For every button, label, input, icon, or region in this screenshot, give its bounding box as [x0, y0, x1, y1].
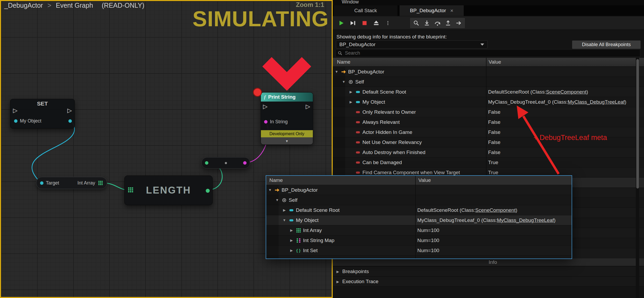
expand-icon[interactable]: ▶ — [349, 90, 353, 94]
dropdown-selected-value: BP_DebugActor — [339, 42, 480, 47]
conversion-node[interactable] — [201, 157, 250, 169]
collapse-icon[interactable]: ▼ — [275, 198, 279, 202]
object-out-pin-icon[interactable] — [68, 119, 72, 123]
breadcrumb-page[interactable]: Event Graph — [56, 2, 93, 9]
step-into-icon[interactable] — [422, 18, 432, 28]
array-in-pin-icon[interactable] — [128, 187, 133, 192]
target-int-array-node[interactable]: Target Int Array — [36, 177, 107, 189]
tree-row[interactable]: ▶Default Scene RootDefaultSceneRoot (Cla… — [333, 87, 644, 97]
tree-row[interactable]: ▼Self — [333, 77, 644, 87]
row-label: Self — [355, 79, 364, 85]
expand-icon[interactable]: ▶ — [282, 208, 287, 212]
disable-all-breakpoints-button[interactable]: Disable All Breakpoints — [572, 40, 641, 49]
section-label: Execution Trace — [342, 279, 378, 284]
breakpoints-section[interactable]: ▶ Breakpoints — [333, 267, 644, 277]
collapse-chevron-icon[interactable] — [261, 137, 313, 144]
target-pin-icon[interactable] — [40, 181, 43, 185]
readonly-label: (READ-ONLY) — [102, 2, 144, 9]
tree-row[interactable]: Only Relevant to OwnerFalse — [266, 256, 572, 259]
string-out-pin-icon[interactable] — [243, 161, 247, 165]
expand-icon[interactable]: ▶ — [289, 228, 294, 232]
bool-variable-icon — [355, 110, 361, 115]
expand-icon[interactable]: ▶ — [349, 100, 353, 104]
class-link[interactable]: MyClass_DebugTreeLeaf — [497, 217, 554, 223]
tree-row[interactable]: ▶Int String MapNum=100 — [266, 235, 572, 246]
name-column-header[interactable]: Name — [266, 177, 415, 183]
exec-in-pin-icon[interactable] — [13, 108, 17, 113]
exec-in-pin-icon[interactable] — [263, 104, 268, 109]
search-box[interactable] — [335, 49, 640, 57]
value-column-header[interactable]: Value — [485, 59, 501, 65]
collapse-icon[interactable]: ▼ — [282, 218, 287, 222]
debug-tree-popup[interactable]: Name Value ▼BP_DebugActor▼Self▶Default S… — [266, 175, 572, 259]
menu-bar: Window — [333, 0, 644, 5]
int-out-pin-icon[interactable] — [206, 189, 210, 193]
step-forward-icon[interactable] — [454, 18, 463, 28]
row-value: False — [417, 256, 571, 259]
tab-close-icon[interactable]: × — [450, 8, 453, 14]
collapse-icon[interactable]: ▼ — [341, 80, 346, 84]
exec-out-pin-icon[interactable] — [67, 108, 72, 113]
blueprint-instance-dropdown[interactable]: BP_DebugActor — [336, 40, 488, 49]
column-divider[interactable] — [415, 176, 416, 258]
object-pin-icon[interactable] — [14, 119, 17, 123]
tree-row[interactable]: ▼BP_DebugActor — [266, 185, 572, 195]
conversion-in-pin-icon[interactable] — [205, 161, 208, 165]
value-text: True — [488, 170, 498, 176]
tree-row[interactable]: ▼Self — [266, 195, 572, 205]
table-header: Name Value — [266, 176, 572, 185]
scrollbar-thumb[interactable] — [636, 59, 639, 189]
value-text: Num=100 — [417, 227, 439, 233]
step-over-icon[interactable] — [433, 18, 442, 28]
tree-row[interactable]: ▼My ObjectMyClass_DebugTreeLeaf_0 (Class… — [266, 215, 572, 225]
find-icon[interactable] — [411, 18, 421, 28]
tree-row[interactable]: Can be DamagedTrue — [333, 157, 644, 168]
step-out-icon[interactable] — [443, 18, 453, 28]
breadcrumb-root[interactable]: _DebugActor — [4, 2, 43, 9]
tree-row[interactable]: ▶{ }Int SetNum=100 — [266, 246, 572, 256]
string-in-pin-icon[interactable] — [264, 120, 268, 124]
breakpoint-icon[interactable] — [253, 88, 262, 97]
table-header: Name Value — [333, 58, 644, 67]
name-column-header[interactable]: Name — [333, 59, 485, 65]
value-text: False — [417, 258, 430, 259]
eject-icon[interactable] — [371, 18, 381, 28]
print-string-node[interactable]: ƒ Print String In String Development Onl… — [261, 92, 313, 145]
scrollbar-track[interactable] — [636, 58, 639, 298]
tree-row[interactable]: ▶Int ArrayNum=100 — [266, 225, 572, 235]
expand-icon[interactable]: ▶ — [289, 248, 294, 252]
length-node[interactable]: LENGTH — [124, 176, 213, 205]
value-text: ) — [554, 217, 555, 223]
class-link[interactable]: MyClass_DebugTreeLeaf — [568, 99, 625, 105]
tab-bp-debugactor[interactable]: BP_DebugActor × — [400, 5, 464, 16]
exec-out-pin-icon[interactable] — [306, 104, 310, 109]
stop-icon[interactable] — [360, 18, 369, 28]
expand-icon[interactable]: ▶ — [336, 280, 340, 284]
tab-call-stack[interactable]: Call Stack — [334, 5, 397, 16]
tree-row[interactable]: Always RelevantFalse — [333, 117, 644, 127]
blueprint-instance-icon — [274, 188, 280, 192]
more-options-icon[interactable] — [383, 18, 393, 28]
resume-icon[interactable] — [336, 18, 346, 28]
search-input[interactable] — [344, 50, 616, 56]
collapse-icon[interactable]: ▼ — [268, 188, 272, 192]
class-link[interactable]: SceneComponent — [546, 89, 586, 95]
tree-row[interactable]: Only Relevant to OwnerFalse — [333, 107, 644, 117]
class-link[interactable]: SceneComponent — [475, 207, 516, 213]
tree-row[interactable]: ▼BP_DebugActor — [333, 67, 644, 77]
tree-row[interactable]: ▶My ObjectMyClass_DebugTreeLeaf_0 (Class… — [333, 97, 644, 107]
tree-row[interactable]: ▶Default Scene RootDefaultSceneRoot (Cla… — [266, 205, 572, 215]
tree-row[interactable]: Auto Destroy when FinishedFalse — [333, 147, 644, 157]
execution-trace-section[interactable]: ▶ Execution Trace — [333, 277, 644, 287]
expand-icon[interactable]: ▶ — [336, 270, 340, 274]
value-column-header[interactable]: Value — [415, 177, 431, 183]
frame-skip-icon[interactable] — [348, 18, 358, 28]
array-pin-icon[interactable] — [98, 181, 103, 185]
screenshot-stage: _DebugActor > Event Graph (READ-ONLY) Zo… — [0, 0, 644, 298]
row-label: BP_DebugActor — [348, 69, 384, 75]
expand-icon[interactable]: ▶ — [289, 238, 294, 242]
collapse-icon[interactable]: ▼ — [334, 70, 339, 74]
blueprint-instance-icon — [341, 69, 346, 74]
window-menu-item[interactable]: Window — [342, 0, 359, 5]
set-node[interactable]: SET My Object — [10, 99, 75, 129]
